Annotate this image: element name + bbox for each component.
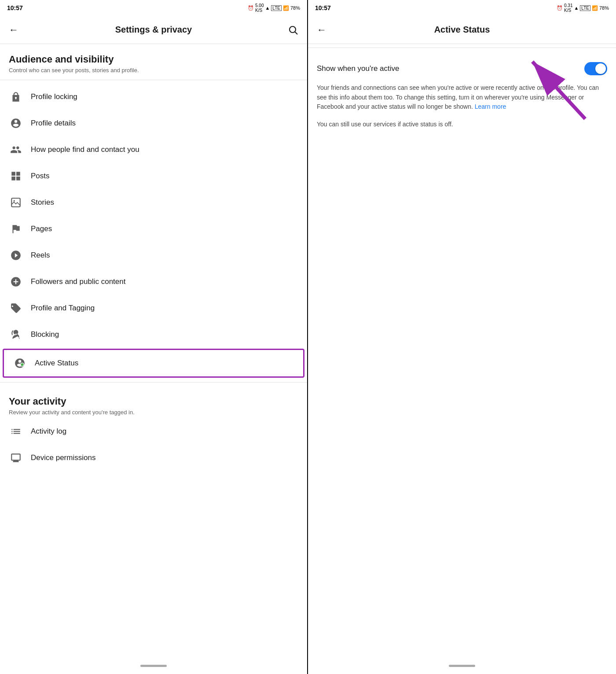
description-paragraph: Your friends and connections can see whe… [317,83,607,112]
svg-rect-2 [11,198,20,207]
right-panel-wrapper: 10:57 ⏰ 0.31K/S ▲ LTE 📶 78% ← Active Sta… [308,0,616,674]
your-activity-section-header: Your activity Review your activity and c… [0,386,307,418]
menu-item-reels[interactable]: Reels [0,242,307,269]
grid-icon [9,169,23,183]
play-circle-icon [9,248,23,262]
left-panel: 10:57 ⏰ 5.00K/S ▲ LTE 📶 78% ← Settings &… [0,0,308,674]
alarm-icon: ⏰ [248,5,254,11]
menu-item-profile-locking[interactable]: Profile locking [0,84,307,110]
menu-label-activity-log: Activity log [31,427,66,436]
menu-label-blocking: Blocking [31,330,59,339]
menu-label-how-people-find: How people find and contact you [31,145,139,154]
menu-item-followers[interactable]: Followers and public content [0,269,307,295]
svg-point-0 [290,26,296,33]
alarm-icon-right: ⏰ [557,5,563,11]
right-divider-top [308,48,616,48]
right-top-bar: ← Active Status [308,16,616,44]
menu-item-stories[interactable]: Stories [0,189,307,216]
right-panel: 10:57 ⏰ 0.31K/S ▲ LTE 📶 78% ← Active Sta… [308,0,616,674]
left-search-button[interactable] [282,25,298,35]
left-back-button[interactable]: ← [9,24,25,36]
menu-label-stories: Stories [31,198,54,207]
svg-line-1 [295,32,298,34]
left-header-title: Settings & privacy [25,25,282,35]
activity-menu-list: Activity log Device permissions [0,418,307,471]
menu-label-profile-tagging: Profile and Tagging [31,304,95,313]
battery-icon-right: 78% [599,5,609,11]
menu-item-profile-details[interactable]: Profile details [0,110,307,136]
image-frame-icon [9,195,23,210]
lte-icon: LTE [271,5,282,11]
person-active-icon [13,356,27,370]
svg-point-3 [14,200,15,202]
menu-label-profile-locking: Profile locking [31,92,77,101]
left-time: 10:57 [7,4,23,11]
search-icon [288,25,298,35]
menu-item-how-people-find[interactable]: How people find and contact you [0,136,307,163]
monitor-icon [9,451,23,465]
left-scroll-indicator [0,658,307,674]
learn-more-link[interactable]: Learn more [475,103,506,110]
left-status-icons: ⏰ 5.00K/S ▲ LTE 📶 78% [248,3,300,13]
signal-icon: 📶 [283,5,289,11]
lte-icon-right: LTE [580,5,590,11]
menu-label-pages: Pages [31,225,52,233]
menu-item-pages[interactable]: Pages [0,216,307,242]
list-icon [9,424,23,438]
toggle-label: Show when you're active [317,64,400,73]
your-activity-subtitle: Review your activity and content you're … [9,409,298,416]
person-circle-icon [9,116,23,130]
right-header-title: Active Status [333,25,591,35]
signal-icon-right: 📶 [592,5,598,11]
menu-label-posts: Posts [31,172,50,180]
right-status-icons: ⏰ 0.31K/S ▲ LTE 📶 78% [557,3,609,13]
right-status-bar: 10:57 ⏰ 0.31K/S ▲ LTE 📶 78% [308,0,616,16]
menu-item-blocking[interactable]: Blocking [0,321,307,348]
person-group-icon [9,143,23,157]
your-activity-title: Your activity [9,396,298,407]
right-time: 10:57 [315,4,331,11]
menu-item-activity-log[interactable]: Activity log [0,418,307,445]
still-use-paragraph: You can still use our services if active… [317,120,607,129]
audience-section-header: Audience and visibility Control who can … [0,44,307,76]
lock-icon [9,90,23,104]
battery-icon: 78% [290,5,300,11]
audience-title: Audience and visibility [9,54,298,65]
divider-top [0,80,307,80]
right-panel-content: Show when you're active Your friends and… [308,52,616,658]
left-top-bar: ← Settings & privacy [0,16,307,44]
data-speed: 5.00K/S [255,3,264,13]
data-speed-right: 0.31K/S [564,3,572,13]
right-back-button[interactable]: ← [317,24,333,36]
block-person-icon [9,328,23,342]
menu-item-device-permissions[interactable]: Device permissions [0,445,307,471]
wifi-icon-right: ▲ [574,5,579,11]
menu-label-profile-details: Profile details [31,119,76,128]
menu-label-device-permissions: Device permissions [31,453,95,462]
tag-icon [9,301,23,315]
add-circle-icon [9,275,23,289]
audience-subtitle: Control who can see your posts, stories … [9,67,298,74]
toggle-row: Show when you're active [317,62,607,75]
right-scroll-indicator [308,658,616,674]
left-status-bar: 10:57 ⏰ 5.00K/S ▲ LTE 📶 78% [0,0,307,16]
menu-item-active-status[interactable]: Active Status [3,349,304,378]
menu-label-followers: Followers and public content [31,277,125,286]
menu-item-posts[interactable]: Posts [0,163,307,189]
svg-point-4 [21,363,24,366]
menu-item-profile-tagging[interactable]: Profile and Tagging [0,295,307,321]
flag-icon [9,222,23,236]
menu-label-active-status: Active Status [35,359,78,368]
active-status-toggle[interactable] [584,62,607,75]
wifi-icon: ▲ [265,5,270,11]
description-main-text: Your friends and connections can see whe… [317,84,599,110]
audience-menu-list: Profile locking Profile details How peop… [0,84,307,379]
divider-activity [0,382,307,383]
menu-label-reels: Reels [31,251,50,260]
